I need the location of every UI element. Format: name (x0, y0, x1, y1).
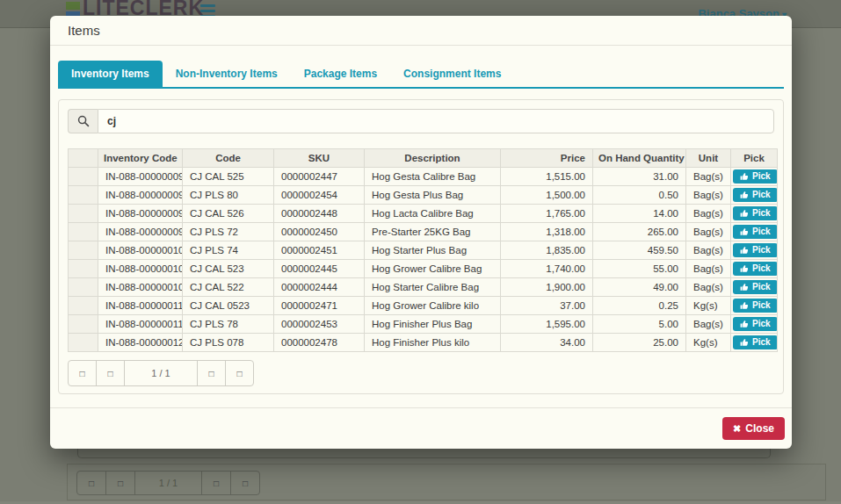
modal-body: Inventory ItemsNon-Inventory ItemsPackag… (50, 46, 792, 407)
cell-on-hand-quantity: 0.50 (593, 186, 686, 205)
cell-inventory-code: IN-088-0000001070 (98, 241, 183, 260)
close-button-label: Close (745, 422, 774, 435)
row-selector-cell[interactable] (69, 241, 98, 260)
cell-on-hand-quantity: 0.25 (593, 297, 686, 315)
cell-sku: 0000002445 (274, 260, 365, 278)
pick-cell: Pick (731, 223, 778, 241)
row-selector-cell[interactable] (69, 223, 98, 241)
pick-button[interactable]: Pick (733, 243, 778, 257)
modal-header: Items (50, 16, 792, 46)
pick-button[interactable]: Pick (733, 169, 778, 184)
cell-description: Hog Gesta Calibre Bag (365, 168, 501, 186)
page-indicator: 1 / 1 (124, 360, 198, 386)
cell-price: 1,900.00 (501, 278, 593, 297)
last-page-button[interactable]: □ (230, 471, 260, 495)
cell-code: CJ PLS 80 (183, 186, 274, 205)
cell-unit: Kg(s) (686, 297, 731, 315)
pick-button-label: Pick (752, 264, 771, 273)
pick-button[interactable]: Pick (733, 206, 778, 220)
cell-on-hand-quantity: 265.00 (593, 223, 686, 241)
inventory-items-table: Inventory CodeCodeSKUDescriptionPriceOn … (68, 148, 778, 352)
cell-code: CJ PLS 78 (183, 315, 274, 334)
cell-unit: Bag(s) (686, 241, 731, 260)
table-row: IN-088-0000001200CJ PLS 0780000002478Hog… (69, 334, 778, 352)
thumbs-up-icon (740, 338, 749, 347)
column-header: Price (501, 149, 593, 168)
table-row: IN-088-0000000977CJ PLS 720000002450Pre-… (69, 223, 778, 241)
thumbs-up-icon (740, 320, 749, 328)
cell-price: 1,318.00 (501, 223, 593, 241)
tab-package-items[interactable]: Package Items (291, 61, 390, 87)
pick-cell: Pick (731, 241, 778, 260)
cell-inventory-code: IN-088-0000001090 (98, 278, 183, 297)
cell-description: Hog Lacta Calibre Bag (365, 205, 501, 223)
close-button[interactable]: ✖ Close (722, 417, 785, 440)
cell-unit: Bag(s) (686, 186, 731, 205)
cell-code: CJ PLS 74 (183, 241, 274, 260)
row-selector-cell[interactable] (69, 297, 98, 315)
pick-button-label: Pick (752, 172, 771, 181)
row-selector-cell[interactable] (69, 260, 98, 278)
pick-button[interactable]: Pick (733, 188, 778, 202)
cell-unit: Bag(s) (686, 260, 731, 278)
cell-sku: 0000002444 (274, 278, 365, 297)
next-page-button[interactable]: □ (201, 471, 231, 495)
pick-button[interactable]: Pick (733, 317, 778, 331)
cell-price: 1,765.00 (501, 205, 593, 223)
pick-button-label: Pick (752, 209, 771, 218)
cell-inventory-code: IN-088-0000000929 (98, 186, 183, 205)
tab-non-inventory-items[interactable]: Non-Inventory Items (163, 61, 291, 87)
cell-on-hand-quantity: 5.00 (593, 315, 686, 334)
cell-inventory-code: IN-088-0000001088 (98, 260, 183, 278)
pick-button[interactable]: Pick (733, 299, 778, 313)
cell-inventory-code: IN-088-0000001200 (98, 334, 183, 352)
row-selector-cell[interactable] (69, 205, 98, 223)
table-row: IN-088-0000000937CJ CAL 5260000002448Hog… (69, 205, 778, 223)
cell-sku: 0000002471 (274, 297, 365, 315)
pick-button[interactable]: Pick (733, 335, 778, 349)
modal-footer: ✖ Close (50, 407, 792, 449)
pick-cell: Pick (731, 278, 778, 297)
cell-on-hand-quantity: 459.50 (593, 241, 686, 260)
cell-price: 1,740.00 (501, 260, 593, 278)
cell-code: CJ CAL 523 (183, 260, 274, 278)
thumbs-up-icon (740, 301, 749, 310)
search-input[interactable] (98, 109, 774, 133)
row-selector-cell[interactable] (69, 278, 98, 297)
thumbs-up-icon (740, 172, 749, 181)
previous-page-button[interactable]: □ (105, 471, 135, 495)
row-selector-cell[interactable] (69, 168, 98, 186)
pick-button-label: Pick (752, 283, 771, 292)
first-page-button[interactable]: □ (76, 471, 106, 495)
pick-cell: Pick (731, 334, 778, 352)
tab-consignment-items[interactable]: Consignment Items (390, 61, 514, 87)
page-indicator: 1 / 1 (134, 471, 202, 495)
last-page-button[interactable]: □ (225, 360, 254, 386)
pick-button[interactable]: Pick (733, 280, 778, 294)
pick-cell: Pick (731, 186, 778, 205)
cell-unit: Bag(s) (686, 168, 731, 186)
pick-button[interactable]: Pick (733, 262, 778, 276)
first-page-button[interactable]: □ (68, 360, 97, 386)
cell-on-hand-quantity: 49.00 (593, 278, 686, 297)
thumbs-up-icon (740, 209, 749, 218)
table-row: IN-088-0000001070CJ PLS 740000002451Hog … (69, 241, 778, 260)
search-icon (68, 109, 98, 133)
column-header: Description (365, 149, 501, 168)
cell-sku: 0000002447 (274, 168, 365, 186)
cell-description: Hog Finisher Plus Bag (365, 315, 501, 334)
cell-description: Hog Grower Calibre Bag (365, 260, 501, 278)
previous-page-button[interactable]: □ (96, 360, 125, 386)
next-page-button[interactable]: □ (197, 360, 226, 386)
cell-sku: 0000002478 (274, 334, 365, 352)
row-selector-cell[interactable] (69, 334, 98, 352)
search-group (68, 109, 774, 133)
table-row: IN-088-0000000922CJ CAL 5250000002447Hog… (69, 168, 778, 186)
pick-button[interactable]: Pick (733, 225, 778, 239)
row-selector-cell[interactable] (69, 315, 98, 334)
tab-inventory-items[interactable]: Inventory Items (58, 61, 163, 87)
cell-sku: 0000002454 (274, 186, 365, 205)
cell-unit: Bag(s) (686, 223, 731, 241)
row-selector-cell[interactable] (69, 186, 98, 205)
cell-inventory-code: IN-088-0000000922 (98, 168, 183, 186)
